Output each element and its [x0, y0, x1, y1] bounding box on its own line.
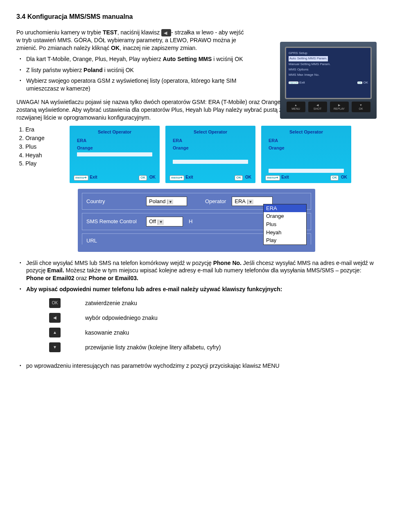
text: Po uruchomieniu kamery w trybie	[16, 29, 103, 36]
text: , inaczej nie zapiszemy zmian.	[120, 45, 197, 51]
bold: Phone or Email02	[26, 275, 74, 281]
label-test: TEST	[103, 29, 117, 36]
list-item: Z listy państw wybierz Poland i wciśnij …	[26, 66, 246, 74]
dropdown-option[interactable]: ERA	[264, 204, 306, 213]
key-desc: zatwierdzenie znaku	[85, 299, 137, 307]
menu-button: ▲MENU	[287, 102, 305, 113]
text: , naciśnij klawisz	[117, 29, 161, 36]
section-heading: 3.4 Konfiguracja MMS/SMS manualna	[16, 12, 377, 21]
key-desc: kasowanie znaku	[85, 329, 129, 337]
highlight-bar	[77, 152, 152, 156]
ok-label: OK OK	[357, 81, 368, 85]
screen-option: Orange	[269, 145, 344, 151]
key-desc: wybór odpowiedniego znaku	[85, 314, 158, 322]
bold: Phone No.	[213, 260, 242, 266]
text: i wciśnij OK	[103, 67, 134, 73]
list-item: Era	[25, 126, 62, 134]
intro-paragraph: Po uruchomieniu kamery w trybie TEST, na…	[16, 29, 246, 52]
screen-option: ERA	[173, 138, 248, 144]
dropdown-option[interactable]: Orange	[264, 212, 306, 220]
dropdown-option[interactable]: Plus	[264, 220, 306, 229]
list-item: Aby wpisać odpowiedni numer telefonu lub…	[26, 285, 377, 293]
bold: Phone or Email03.	[89, 275, 138, 281]
screen-option: ERA	[269, 138, 344, 144]
exit-label: menu➜Exit	[265, 174, 289, 181]
screen-option: ERA	[77, 138, 152, 144]
country-select[interactable]: Poland▼	[146, 197, 187, 206]
camera-device-photo: GPRS Setup Auto Setting MMS Param. Manua…	[280, 42, 377, 119]
list-item: po wprowadzeniu interesujących nas param…	[26, 362, 377, 370]
text: Możesz także w tym miejscu wpisać kolejn…	[64, 267, 361, 274]
ok-button: ▼OK	[352, 102, 370, 113]
bold: Auto Setting MMS	[163, 56, 212, 62]
ok-label: OK OK	[235, 174, 251, 181]
bold: Email.	[47, 267, 64, 274]
list-item: Wybierz swojego operatora GSM z wyświetl…	[26, 77, 246, 93]
list-item: Jeśli chce wysyłać MMS lub SMS na telefo…	[26, 259, 377, 283]
operator-ordered-list: Era Orange Plus Heyah Play	[16, 126, 62, 168]
menu-line-selected: Auto Setting MMS Param.	[289, 56, 328, 61]
key-functions: OKzatwierdzenie znaku ◀wybór odpowiednie…	[49, 298, 377, 352]
exit-label: menu➜Exit	[169, 174, 193, 181]
label-sms-remote: SMS Remote Control	[86, 218, 140, 225]
text: Z listy państw wybierz	[26, 67, 84, 73]
text: Jeśli chce wysyłać MMS lub SMS na telefo…	[26, 260, 213, 266]
up-key-icon: ▲	[49, 328, 61, 337]
highlight-bar	[269, 169, 344, 173]
text: oraz	[74, 275, 88, 281]
dropdown-option[interactable]: Heyah	[264, 229, 306, 237]
key-desc: przewijanie listy znaków (kolejne litery…	[85, 344, 221, 351]
screen-title: Select Operator	[264, 129, 348, 135]
label-url: URL	[86, 237, 140, 244]
menu-line: Manual Setting MMS Param.	[289, 62, 368, 67]
exit-label: menu➜Exit	[74, 174, 97, 181]
device-button-row: ▲MENU ◀SHOT ▶REPLAY ▼OK	[285, 102, 372, 113]
menu-line: MMS Max Image No.	[289, 73, 368, 77]
label-country: Country	[86, 198, 140, 205]
list-item: Heyah	[25, 152, 62, 159]
operator-dropdown[interactable]: ERA Orange Plus Heyah Play	[263, 204, 307, 245]
list-item: Dla kart T-Mobile, Orange, Plus, Heyah, …	[26, 55, 246, 63]
list-item: Plus	[25, 143, 62, 151]
ok-label: OK OK	[139, 174, 156, 181]
bullet-list-3: po wprowadzeniu interesujących nas param…	[16, 362, 377, 370]
left-arrow-icon	[161, 29, 171, 36]
operator-screenshot-2: Select Operator ERA Orange menu➜Exit OK …	[165, 126, 255, 183]
screen-option: Orange	[173, 145, 248, 151]
screen-title: Select Operator	[169, 129, 252, 135]
list-item: Play	[25, 160, 62, 168]
text: i wciśnij OK	[212, 56, 243, 62]
down-key-icon: ▼	[49, 342, 61, 352]
bullet-list-1: Dla kart T-Mobile, Orange, Plus, Heyah, …	[16, 55, 246, 93]
screen-title: Select Operator	[73, 129, 156, 135]
screen-option: Orange	[77, 145, 152, 151]
camera-screen: GPRS Setup Auto Setting MMS Param. Manua…	[285, 47, 372, 99]
highlight-bar	[173, 160, 248, 164]
menu-line: GPRS Setup	[289, 51, 368, 56]
config-software-screenshot: Country Poland▼ Operator ERA▼ ERA Orange…	[78, 189, 315, 252]
bold: Poland	[84, 67, 103, 73]
config-row-country: Country Poland▼ Operator ERA▼ ERA Orange…	[82, 193, 311, 210]
menu-line: MMS Options	[289, 68, 368, 72]
replay-button: ▶REPLAY	[330, 102, 349, 113]
label-ok: OK	[111, 45, 120, 51]
exit-label: menu➜ Exit	[289, 81, 305, 85]
list-item: Orange	[25, 134, 62, 142]
sms-select[interactable]: Off▼	[146, 217, 183, 226]
label-operator: Operator	[205, 198, 226, 205]
shot-button: ◀SHOT	[308, 102, 327, 113]
operator-screenshot-3: Select Operator ERA Orange menu➜Exit OK …	[261, 126, 351, 183]
label-h: H	[189, 218, 192, 225]
operator-screenshot-1: Select Operator ERA Orange menu➜Exit OK …	[70, 126, 160, 183]
left-key-icon: ◀	[49, 313, 61, 323]
ok-label: OK OK	[330, 174, 347, 181]
bullet-list-2: Jeśli chce wysyłać MMS lub SMS na telefo…	[16, 259, 377, 294]
dropdown-option[interactable]: Play	[264, 236, 306, 244]
text: Dla kart T-Mobile, Orange, Plus, Heyah, …	[26, 56, 163, 62]
ok-key-icon: OK	[49, 298, 61, 308]
